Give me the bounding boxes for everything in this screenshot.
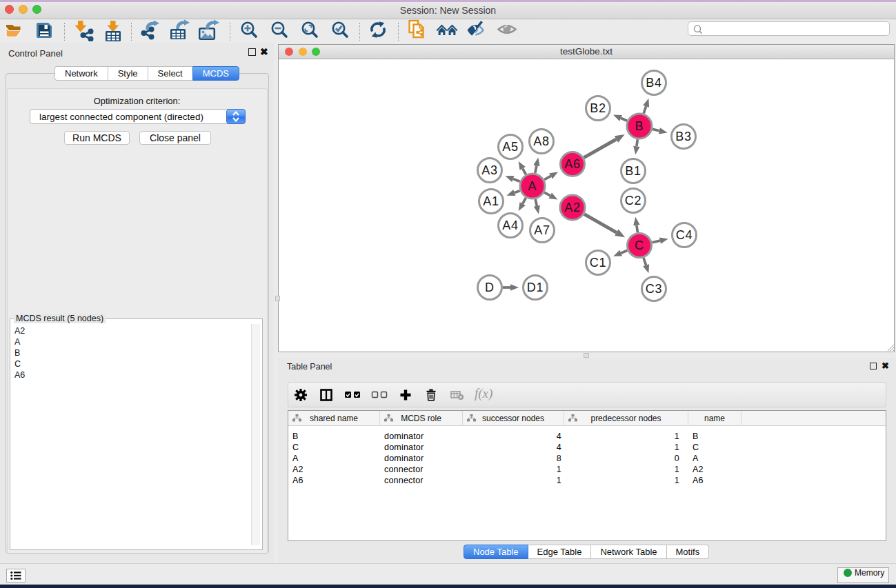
svg-text:A2: A2 xyxy=(564,201,581,214)
svg-text:B1: B1 xyxy=(625,164,641,178)
svg-text:B3: B3 xyxy=(675,130,692,143)
svg-text:C: C xyxy=(635,239,644,252)
svg-text:A: A xyxy=(528,179,537,193)
svg-text:B: B xyxy=(635,119,644,133)
svg-text:D: D xyxy=(485,281,495,294)
svg-text:D1: D1 xyxy=(527,281,544,294)
svg-text:A4: A4 xyxy=(502,219,519,232)
svg-text:C3: C3 xyxy=(646,282,663,296)
svg-text:C1: C1 xyxy=(590,256,607,270)
svg-text:A7: A7 xyxy=(534,223,550,237)
svg-text:A8: A8 xyxy=(533,134,550,148)
svg-text:C4: C4 xyxy=(676,228,693,242)
svg-text:A5: A5 xyxy=(502,140,519,154)
svg-text:A6: A6 xyxy=(564,157,581,171)
svg-text:A1: A1 xyxy=(483,194,499,208)
svg-text:A3: A3 xyxy=(481,163,498,177)
svg-text:C2: C2 xyxy=(625,194,642,207)
svg-text:B2: B2 xyxy=(590,101,606,115)
svg-text:B4: B4 xyxy=(646,76,662,90)
